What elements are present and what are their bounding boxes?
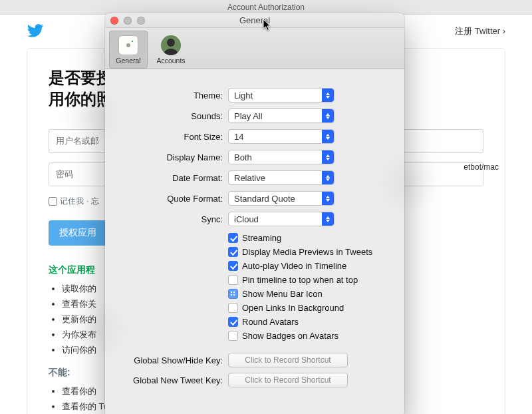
checkbox-row[interactable]: Auto-play Video in Timeline xyxy=(228,261,392,271)
preferences-window: General General Accounts Theme: Light So… xyxy=(105,13,404,414)
bg-window-title: Account Authorization xyxy=(0,0,532,15)
chevron-updown-icon xyxy=(322,150,334,164)
quote-format-select[interactable]: Standard Quote xyxy=(228,191,334,206)
checkbox-label: Open Links In Background xyxy=(242,303,344,313)
checkbox-row[interactable]: Display Media Previews in Tweets xyxy=(228,247,392,257)
quote-format-label: Quote Format: xyxy=(105,194,228,204)
global-showhide-label: Global Show/Hide Key: xyxy=(105,355,228,365)
checkbox-icon[interactable] xyxy=(228,275,238,285)
display-name-select[interactable]: Both xyxy=(228,150,334,164)
tab-accounts-label: Accounts xyxy=(156,57,185,65)
chevron-updown-icon xyxy=(322,89,334,102)
font-size-select[interactable]: 14 xyxy=(228,129,334,144)
display-name-value: Both xyxy=(234,152,252,162)
authorize-app-button[interactable]: 授权应用 xyxy=(49,220,107,246)
checkbox-label: Auto-play Video in Timeline xyxy=(242,261,346,271)
checkbox-icon[interactable] xyxy=(228,317,238,327)
chevron-updown-icon xyxy=(322,212,334,226)
pref-toolbar: General Accounts xyxy=(105,28,404,69)
font-size-value: 14 xyxy=(234,132,243,142)
date-format-select[interactable]: Relative xyxy=(228,170,334,185)
checkbox-label: Show Menu Bar Icon xyxy=(242,289,323,299)
remember-me-checkbox[interactable] xyxy=(49,197,57,206)
window-minimize-icon[interactable] xyxy=(124,17,132,25)
pref-body: Theme: Light Sounds: Play All Font Size:… xyxy=(105,69,404,414)
sounds-select[interactable]: Play All xyxy=(228,108,334,123)
pref-window-title: General xyxy=(105,15,404,25)
checkbox-icon[interactable] xyxy=(228,261,238,271)
theme-value: Light xyxy=(234,91,253,101)
sync-value: iCloud xyxy=(234,214,259,224)
checkbox-row[interactable]: Show Badges on Avatars xyxy=(228,331,392,341)
window-close-icon[interactable] xyxy=(110,17,118,25)
tab-accounts[interactable]: Accounts xyxy=(152,31,190,69)
forgot-link[interactable]: 忘 xyxy=(91,196,99,207)
checkbox-icon[interactable] xyxy=(228,331,238,341)
checkbox-icon[interactable] xyxy=(228,289,238,299)
checkbox-row[interactable]: Open Links In Background xyxy=(228,303,392,313)
date-format-value: Relative xyxy=(234,173,265,183)
window-zoom-icon[interactable] xyxy=(137,17,145,25)
tab-general-label: General xyxy=(116,57,140,65)
chevron-updown-icon xyxy=(322,130,334,143)
chevron-updown-icon xyxy=(322,109,334,122)
sync-select[interactable]: iCloud xyxy=(228,212,334,226)
global-showhide-button[interactable]: Click to Record Shortcut xyxy=(228,353,348,367)
global-newtweet-button[interactable]: Click to Record Shortcut xyxy=(228,373,348,387)
font-size-label: Font Size: xyxy=(105,132,228,142)
remember-me-label: 记住我 xyxy=(60,196,84,207)
pref-titlebar[interactable]: General xyxy=(105,13,404,28)
register-twitter-link[interactable]: 注册 Twitter › xyxy=(455,25,505,37)
checkbox-icon[interactable] xyxy=(228,303,238,313)
checkbox-label: Show Badges on Avatars xyxy=(242,331,338,341)
checkbox-label: Streaming xyxy=(242,233,281,243)
general-icon xyxy=(118,35,138,55)
tab-general[interactable]: General xyxy=(109,31,148,69)
global-newtweet-label: Global New Tweet Key: xyxy=(105,375,228,385)
checkbox-label: Display Media Previews in Tweets xyxy=(242,247,372,257)
checkbox-row[interactable]: Pin timeline to top when at top xyxy=(228,275,392,285)
checkbox-label: Pin timeline to top when at top xyxy=(242,275,358,285)
accounts-icon xyxy=(161,35,181,55)
twitter-logo-icon xyxy=(27,22,44,41)
checkbox-row[interactable]: Streaming xyxy=(228,233,392,243)
chevron-updown-icon xyxy=(322,171,334,184)
display-name-label: Display Name: xyxy=(105,152,228,162)
checkbox-row[interactable]: Round Avatars xyxy=(228,317,392,327)
date-format-label: Date Format: xyxy=(105,173,228,183)
theme-label: Theme: xyxy=(105,91,228,101)
checkbox-row[interactable]: Show Menu Bar Icon xyxy=(228,289,392,299)
theme-select[interactable]: Light xyxy=(228,88,334,103)
side-url-fragment: etbot/mac xyxy=(464,162,499,172)
checkbox-group: StreamingDisplay Media Previews in Tweet… xyxy=(228,233,392,341)
checkbox-icon[interactable] xyxy=(228,233,238,243)
checkbox-icon[interactable] xyxy=(228,247,238,257)
sync-label: Sync: xyxy=(105,214,228,224)
sounds-label: Sounds: xyxy=(105,111,228,121)
chevron-updown-icon xyxy=(322,192,334,205)
checkbox-label: Round Avatars xyxy=(242,317,299,327)
quote-format-value: Standard Quote xyxy=(234,194,295,204)
sounds-value: Play All xyxy=(234,111,263,121)
mouse-cursor-icon xyxy=(263,19,272,32)
